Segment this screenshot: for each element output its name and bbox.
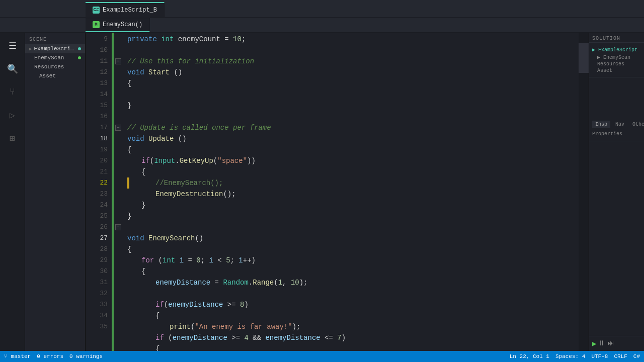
tab-enemy-scan[interactable]: M EnemyScan() xyxy=(86,18,150,32)
play-btn[interactable]: ▶ xyxy=(592,339,596,348)
line-num-30: 30 xyxy=(86,266,108,277)
code-line-34: { xyxy=(127,310,579,321)
tab-label: ExampleScript_B xyxy=(103,7,157,14)
line-num-31: 31 xyxy=(86,277,108,288)
tab-example-script[interactable]: C# ExampleScript_B xyxy=(86,2,165,17)
git-icon[interactable]: ⑂ xyxy=(4,83,22,101)
code-line-11: // Use this for initialization xyxy=(127,56,579,67)
code-line-19: { xyxy=(127,144,579,155)
code-line-21: { xyxy=(127,166,579,177)
fold-enemy-icon[interactable]: − xyxy=(115,224,121,230)
other-btn[interactable]: Other xyxy=(629,121,644,128)
pause-btn[interactable]: ⏸ xyxy=(598,339,605,348)
search-icon[interactable]: 🔍 xyxy=(4,60,22,78)
code-line-26 xyxy=(127,222,579,233)
fold-start-icon[interactable]: − xyxy=(115,58,121,64)
code-line-36: if (enemyDistance >= 4 && enemyDistance … xyxy=(127,332,579,343)
line-num-35: 35 xyxy=(86,321,108,332)
code-line-25: } xyxy=(127,211,579,222)
minimap xyxy=(579,33,589,351)
code-line-30: { xyxy=(127,266,579,277)
status-right: Ln 22, Col 1 Spaces: 4 UTF-8 CRLF C# xyxy=(510,353,640,359)
fold-update-icon[interactable]: − xyxy=(115,125,121,131)
teal-dot xyxy=(78,47,81,50)
right-panel-section-2: Insp Nav Other Properties xyxy=(589,118,644,141)
rp-subitem-2[interactable]: Resources xyxy=(592,61,641,67)
line-num-23: 23 xyxy=(86,189,108,200)
line-num-17: 17 xyxy=(86,122,108,133)
nav-btn[interactable]: Nav xyxy=(612,121,627,128)
extensions-icon[interactable]: ⊞ xyxy=(4,129,22,147)
sidebar-item-resources[interactable]: Resources xyxy=(25,62,85,71)
line-num-18: 18 xyxy=(86,133,108,144)
files-icon[interactable]: ☰ xyxy=(4,37,22,55)
line-num-22: 22 xyxy=(86,177,108,189)
method-icon: M xyxy=(93,21,100,28)
status-branch: ⑂ master xyxy=(4,353,31,359)
sidebar-item-enemy[interactable]: EnemyScan xyxy=(25,53,85,62)
code-line-10 xyxy=(127,45,579,56)
sidebar-header: SCENE xyxy=(25,33,85,44)
line-numbers-gutter: 9 10 11 12 13 14 15 16 17 18 19 20 21 22… xyxy=(86,33,113,351)
tab-bar-primary: C# ExampleScript_B xyxy=(0,0,644,18)
status-spaces: Spaces: 4 xyxy=(555,353,585,359)
status-errors: 0 errors xyxy=(37,353,63,359)
line-num-26: 26 xyxy=(86,222,108,233)
status-language: C# xyxy=(633,353,640,359)
right-panel: SOLUTION ▶ ExampleScript ▶ EnemyScan Res… xyxy=(589,33,644,351)
code-line-28: { xyxy=(127,244,579,255)
status-encoding: UTF-8 xyxy=(591,353,608,359)
code-line-16 xyxy=(127,111,579,122)
sidebar-label-asset: Asset xyxy=(39,73,56,79)
activity-bar: ☰ 🔍 ⑂ ▷ ⊞ xyxy=(0,33,25,351)
line-num-19: 19 xyxy=(86,144,108,155)
code-line-14 xyxy=(127,89,579,100)
sidebar-label-enemy: EnemyScan xyxy=(34,55,64,61)
status-format: CRLF xyxy=(614,353,627,359)
sidebar-item-example[interactable]: ▶ ExampleScript xyxy=(25,44,85,53)
code-line-32 xyxy=(127,288,579,299)
code-line-22: //EnemySearch(); xyxy=(127,177,579,189)
line-num-9: 9 xyxy=(86,34,108,45)
code-line-31: enemyDistance = Random.Range(1, 10); xyxy=(127,277,579,288)
line-num-15: 15 xyxy=(86,100,108,111)
debug-icon[interactable]: ▷ xyxy=(4,106,22,124)
code-line-15: } xyxy=(127,100,579,111)
status-line: Ln 22, Col 1 xyxy=(510,353,549,359)
rp-item-1[interactable]: ▶ ExampleScript xyxy=(592,46,641,54)
code-line-37: { xyxy=(127,343,579,351)
sidebar-label-example: ExampleScript xyxy=(34,46,76,52)
rp-subitem-1[interactable]: ▶ EnemyScan xyxy=(592,54,641,61)
rp-subitem-3[interactable]: Asset xyxy=(592,67,641,74)
inspector-btn[interactable]: Insp xyxy=(592,121,610,128)
step-btn[interactable]: ⏭ xyxy=(607,339,614,348)
sidebar-item-asset[interactable]: Asset xyxy=(25,71,85,80)
code-line-23: EnemyDestruction(); xyxy=(127,189,579,200)
line-num-14: 14 xyxy=(86,89,108,100)
code-line-33: if(enemyDistance >= 8) xyxy=(127,299,579,310)
line-num-11: 11 xyxy=(86,56,108,67)
arrow-icon: ▶ xyxy=(29,46,32,52)
code-line-24: } xyxy=(127,200,579,211)
code-line-17: // Update is called once per frame xyxy=(127,122,579,133)
fold-column: − − xyxy=(113,33,123,351)
code-line-18: void Update () xyxy=(127,133,579,144)
line-num-16: 16 xyxy=(86,111,108,122)
line-num-24: 24 xyxy=(86,200,108,211)
line-num-21: 21 xyxy=(86,166,108,177)
line-num-10: 10 xyxy=(86,45,108,56)
line-num-12: 12 xyxy=(86,67,108,78)
minimap-thumb xyxy=(579,43,589,73)
line-num-20: 20 xyxy=(86,155,108,166)
code-line-35: print("An enemy is far away!"); xyxy=(127,321,579,332)
tab-label-2: EnemyScan() xyxy=(103,21,142,28)
code-editor[interactable]: 9 10 11 12 13 14 15 16 17 18 19 20 21 22… xyxy=(86,33,589,351)
csharp-icon: C# xyxy=(93,7,100,14)
line-num-13: 13 xyxy=(86,78,108,89)
code-line-20: if(Input.GetKeyUp("space")) xyxy=(127,155,579,166)
code-line-27: void EnemySearch() xyxy=(127,233,579,244)
right-panel-section-1: ▶ ExampleScript ▶ EnemyScan Resources As… xyxy=(589,43,644,77)
sidebar: SCENE ▶ ExampleScript EnemyScan Resource… xyxy=(25,33,86,351)
code-content[interactable]: private int enemyCount = 10; // Use this… xyxy=(123,33,579,351)
line-num-28: 28 xyxy=(86,244,108,255)
